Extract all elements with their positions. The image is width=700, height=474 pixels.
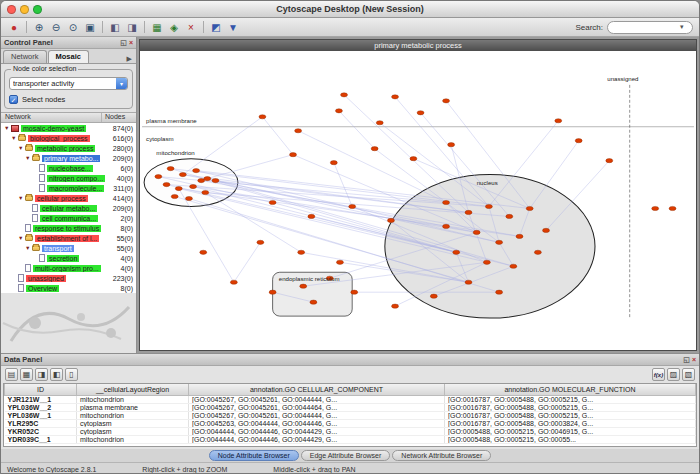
tree-row[interactable]: ▼establishment of l...55(0) <box>1 233 136 243</box>
tree-row[interactable]: ▼primary metabo...209(0) <box>1 153 136 163</box>
table-row[interactable]: YKR052Ccytoplasm[GO:0044444, GO:0044446,… <box>5 427 696 435</box>
node[interactable] <box>430 294 437 298</box>
float-panel-icon[interactable]: ◱ <box>683 356 690 364</box>
cell[interactable]: [GO:0016787, GO:0005488, GO:0005215, G..… <box>445 411 696 419</box>
node[interactable] <box>371 147 378 151</box>
table-row[interactable]: YDR039C__1mitochondrion[GO:0044444, GO:0… <box>5 435 696 443</box>
cell[interactable]: [GO:0016787, GO:0005488, GO:0005215, G..… <box>445 403 696 411</box>
tree-row[interactable]: response to stimulus8(0) <box>1 223 136 233</box>
vizmapper-icon[interactable]: ◩ <box>209 20 223 34</box>
cell[interactable]: [GO:0005488, GO:0005215, GO:00055... <box>445 435 696 443</box>
tree-row[interactable]: unassigned223(0) <box>1 273 136 283</box>
table-row[interactable]: YPL036W__1mitochondrion[GO:0045267, GO:0… <box>5 411 696 419</box>
cell[interactable]: [GO:0045267, GO:0045261, GO:0044444, G..… <box>189 395 445 403</box>
cell[interactable]: [GO:0045267, GO:0045261, GO:0044444, G..… <box>189 411 445 419</box>
node[interactable] <box>298 250 305 254</box>
cell[interactable]: YPL036W__2 <box>5 403 77 411</box>
tree-row[interactable]: macromolecule...311(0) <box>1 183 136 193</box>
import-table-icon[interactable]: ▨ <box>667 368 680 381</box>
tree-row[interactable]: ▼cellular process414(0) <box>1 193 136 203</box>
tab-network-attribute-browser[interactable]: Network Attribute Browser <box>392 450 491 461</box>
node[interactable] <box>230 280 237 284</box>
cell[interactable]: [GO:0044444, GO:0044446, GO:0044429, G..… <box>189 427 445 435</box>
tab-mosaic[interactable]: Mosaic <box>48 50 89 63</box>
hide-selected-icon[interactable]: ◧ <box>108 20 122 34</box>
cell[interactable]: YKR052C <box>5 427 77 435</box>
node[interactable] <box>543 228 550 232</box>
node[interactable] <box>349 204 356 208</box>
node[interactable] <box>200 250 207 254</box>
node[interactable] <box>198 178 205 182</box>
close-panel-icon[interactable]: × <box>129 39 133 47</box>
network-window-title[interactable]: primary metabolic process <box>140 40 696 51</box>
print-icon[interactable]: ▤ <box>5 368 18 381</box>
tree-row[interactable]: secretion4(0) <box>1 253 136 263</box>
tree-row[interactable]: cellular metabo...209(0) <box>1 203 136 213</box>
node[interactable] <box>341 93 348 97</box>
new-attribute-icon[interactable]: ◨ <box>35 368 48 381</box>
tab-network[interactable]: Network <box>3 50 47 63</box>
node-color-dropdown[interactable]: transporter activity ▾ <box>9 77 128 90</box>
node[interactable] <box>295 129 302 133</box>
node[interactable] <box>310 300 317 304</box>
disclosure-triangle-icon[interactable]: ▼ <box>25 245 32 251</box>
node[interactable] <box>483 260 490 264</box>
node[interactable] <box>465 280 472 284</box>
title-bar[interactable]: Cytoscape Desktop (New Session) <box>1 1 699 18</box>
help-icon[interactable]: ● <box>7 20 21 34</box>
node[interactable] <box>534 250 541 254</box>
tree-row[interactable]: multi-organism pro...4(0) <box>1 263 136 273</box>
node[interactable] <box>202 190 209 194</box>
node[interactable] <box>193 169 200 173</box>
disclosure-triangle-icon[interactable]: ▼ <box>4 125 11 131</box>
node[interactable] <box>443 200 450 204</box>
chevron-down-icon[interactable]: ▾ <box>680 23 684 31</box>
cell[interactable]: cytoplasm <box>77 427 189 435</box>
tree-row[interactable]: ▼biological_process616(0) <box>1 133 136 143</box>
disclosure-triangle-icon[interactable]: ▼ <box>11 135 18 141</box>
node[interactable] <box>669 206 676 210</box>
node[interactable] <box>171 194 178 198</box>
node[interactable] <box>257 240 264 244</box>
tree-row[interactable]: nucleobase...6(0) <box>1 163 136 173</box>
filter-icon[interactable]: ▼ <box>226 20 240 34</box>
select-attributes-icon[interactable]: ▦ <box>20 368 33 381</box>
table-row[interactable]: YJR121W__1mitochondrion[GO:0045267, GO:0… <box>5 395 696 403</box>
cell[interactable]: YDR039C__1 <box>5 435 77 443</box>
node[interactable] <box>186 196 193 200</box>
node[interactable] <box>496 240 503 244</box>
cell[interactable]: YPL036W__1 <box>5 411 77 419</box>
cell[interactable]: cytoplasm <box>77 419 189 427</box>
node[interactable] <box>606 159 613 163</box>
close-window-button[interactable] <box>7 5 16 14</box>
trash-icon[interactable]: ▯ <box>65 368 78 381</box>
cell[interactable]: [GO:0045263, GO:0044444, GO:0044446, G..… <box>189 419 445 427</box>
zoom-out-icon[interactable]: ⊖ <box>49 20 63 34</box>
node[interactable] <box>575 139 582 143</box>
disclosure-triangle-icon[interactable]: ▼ <box>18 195 25 201</box>
disclosure-triangle-icon[interactable]: ▼ <box>18 235 25 241</box>
formula-builder-icon[interactable]: f(x) <box>652 368 665 381</box>
node[interactable] <box>453 250 460 254</box>
search-input[interactable] <box>614 23 680 32</box>
node[interactable] <box>555 119 562 123</box>
node[interactable] <box>336 260 343 264</box>
zoom-fit-icon[interactable]: ▣ <box>83 20 97 34</box>
minimize-window-button[interactable] <box>20 5 29 14</box>
node[interactable] <box>204 176 211 180</box>
tree-row[interactable]: cell communica...2(0) <box>1 213 136 223</box>
node[interactable] <box>485 204 492 208</box>
node[interactable] <box>163 182 170 186</box>
float-panel-icon[interactable]: ◱ <box>120 39 127 47</box>
node[interactable] <box>155 174 162 178</box>
node[interactable] <box>465 210 472 214</box>
node[interactable] <box>443 99 450 103</box>
node[interactable] <box>392 95 399 99</box>
disclosure-triangle-icon[interactable]: ▼ <box>18 145 25 151</box>
column-header[interactable]: annotation.GO CELLULAR_COMPONENT <box>189 384 445 395</box>
search-field[interactable]: ▾ <box>607 21 693 34</box>
cell[interactable]: [GO:0044444, GO:0044446, GO:0044429, G..… <box>189 435 445 443</box>
node[interactable] <box>506 214 513 218</box>
node[interactable] <box>167 167 174 171</box>
table-row[interactable]: YLR295Ccytoplasm[GO:0045263, GO:0044444,… <box>5 419 696 427</box>
